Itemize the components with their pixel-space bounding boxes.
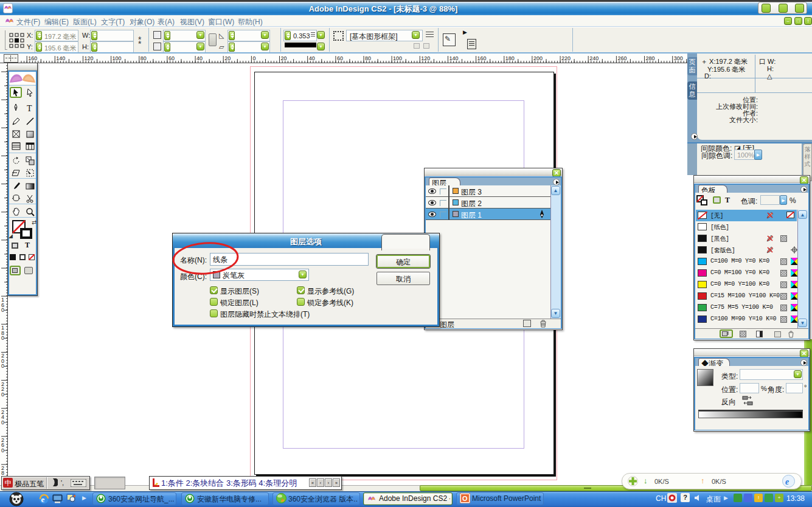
svg-text:120: 120 <box>421 55 430 61</box>
svg-text:0: 0 <box>1 447 4 454</box>
svg-text:300: 300 <box>674 55 683 61</box>
svg-text:160: 160 <box>477 55 487 61</box>
svg-text:180: 180 <box>505 55 515 61</box>
svg-text:200: 200 <box>533 55 543 61</box>
svg-text:100: 100 <box>113 55 122 61</box>
svg-text:0: 0 <box>1 419 4 426</box>
svg-text:0: 0 <box>1 363 4 369</box>
svg-text:0: 0 <box>252 55 255 61</box>
svg-text:20: 20 <box>224 55 231 61</box>
svg-text:T: T <box>27 104 32 112</box>
svg-text:0: 0 <box>1 307 4 313</box>
svg-text:40: 40 <box>196 55 203 61</box>
svg-text:80: 80 <box>141 55 147 61</box>
svg-text:60: 60 <box>168 55 175 61</box>
svg-text:80: 80 <box>365 55 371 61</box>
svg-text:100: 100 <box>393 55 402 61</box>
svg-text:0: 0 <box>1 335 4 341</box>
svg-text:e: e <box>785 477 789 486</box>
svg-text:260: 260 <box>617 55 626 61</box>
svg-text:20: 20 <box>281 55 287 61</box>
svg-text:60: 60 <box>337 55 343 61</box>
svg-text:160: 160 <box>28 55 37 61</box>
svg-text:O: O <box>462 495 468 502</box>
svg-text:220: 220 <box>561 55 571 61</box>
svg-text:140: 140 <box>449 55 459 61</box>
svg-text:240: 240 <box>589 55 599 61</box>
svg-text:40: 40 <box>309 55 315 61</box>
svg-text:280: 280 <box>646 55 655 61</box>
svg-text:140: 140 <box>56 55 65 61</box>
svg-text:e: e <box>41 495 45 504</box>
svg-text:0: 0 <box>1 391 4 398</box>
svg-text:120: 120 <box>85 55 94 61</box>
